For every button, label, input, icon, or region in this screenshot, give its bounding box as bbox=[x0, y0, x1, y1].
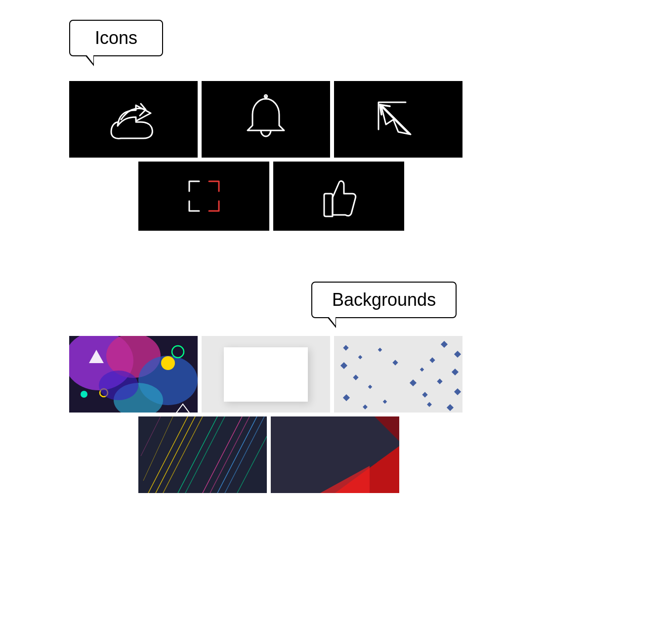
bg-row-2 bbox=[138, 416, 462, 493]
icon-row-1 bbox=[69, 81, 462, 158]
icon-row-2 bbox=[138, 162, 462, 231]
triangles-bg-tile[interactable] bbox=[271, 416, 399, 493]
white-card-inner bbox=[224, 347, 308, 402]
icons-speech-bubble: Icons bbox=[69, 20, 163, 56]
backgrounds-section bbox=[69, 331, 462, 493]
svg-rect-15 bbox=[334, 336, 462, 413]
white-card-bg-tile[interactable] bbox=[202, 336, 330, 413]
svg-point-9 bbox=[81, 391, 87, 398]
bell-icon-tile[interactable] bbox=[202, 81, 330, 158]
svg-point-8 bbox=[161, 356, 175, 370]
cursor-icon-tile[interactable] bbox=[334, 81, 462, 158]
icons-section: Icons bbox=[69, 20, 462, 231]
dots-bg-tile[interactable] bbox=[334, 336, 462, 413]
icons-title: Icons bbox=[95, 28, 137, 48]
backgrounds-label-bubble: Backgrounds bbox=[311, 282, 457, 318]
bg-row-1 bbox=[69, 336, 462, 413]
thumbsup-icon-tile[interactable] bbox=[273, 162, 404, 231]
svg-rect-37 bbox=[138, 416, 267, 493]
fluid-bg-tile[interactable] bbox=[69, 336, 198, 413]
icons-label-bubble: Icons bbox=[69, 20, 462, 56]
svg-point-14 bbox=[99, 371, 138, 400]
backgrounds-title: Backgrounds bbox=[332, 290, 436, 310]
fullscreen-icon-tile[interactable] bbox=[138, 162, 269, 231]
backgrounds-speech-bubble: Backgrounds bbox=[311, 282, 457, 318]
share-icon-tile[interactable] bbox=[69, 81, 198, 158]
streaks-bg-tile[interactable] bbox=[138, 416, 267, 493]
